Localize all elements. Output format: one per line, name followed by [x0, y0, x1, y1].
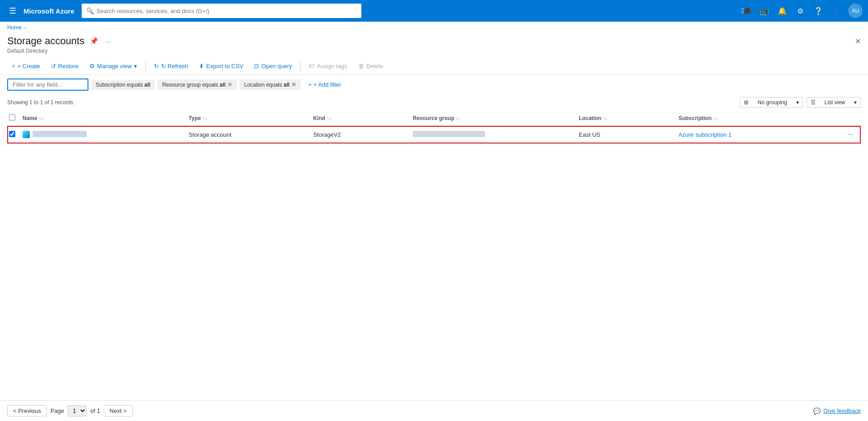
- row-name[interactable]: [21, 126, 187, 143]
- export-csv-button[interactable]: ⬇ Export to CSV: [194, 60, 248, 72]
- notifications-icon[interactable]: 🔔: [774, 3, 790, 19]
- refresh-button[interactable]: ↻ ↻ Refresh: [149, 60, 193, 72]
- row-actions: ···: [843, 126, 861, 143]
- header-type[interactable]: Type ↑↓: [187, 111, 311, 126]
- type-sort-icon: ↑↓: [203, 116, 208, 121]
- grouping-label: No grouping: [757, 99, 787, 106]
- row-more-button[interactable]: ···: [845, 130, 856, 139]
- top-navigation: ☰ Microsoft Azure 🔍  ⬛ 📺 🔔 ⚙ ❔ 👤 AU: [0, 0, 868, 22]
- feedback-nav-icon[interactable]: 👤: [828, 3, 845, 19]
- data-table: Name ↑↓ Type ↑↓ Kind ↑↓ Resource group ↑…: [7, 111, 861, 143]
- filter-bar: Subscription equals all Resource group e…: [0, 75, 868, 94]
- close-button[interactable]: ✕: [855, 37, 861, 46]
- hamburger-menu[interactable]: ☰: [5, 4, 20, 18]
- toolbar-separator-2: [300, 62, 300, 71]
- help-icon[interactable]: ❔: [810, 3, 826, 19]
- row-kind: StorageV2: [311, 126, 411, 143]
- give-feedback-link[interactable]: Give feedback: [823, 407, 861, 414]
- add-filter-icon: +: [308, 81, 312, 88]
- subscription-link[interactable]: Azure subscription 1: [679, 131, 732, 138]
- page-of: of 1: [90, 407, 100, 414]
- grouping-dropdown[interactable]: ⊞ No grouping ▾: [740, 97, 803, 108]
- brand-name: Microsoft Azure: [23, 7, 74, 15]
- settings-icon[interactable]: ⚙: [792, 3, 808, 19]
- page-label: Page: [51, 407, 64, 414]
- row-checkbox-cell: [7, 126, 21, 143]
- header-subscription[interactable]: Subscription ↑↓: [677, 111, 843, 126]
- table-area: Showing 1 to 1 of 1 records. ⊞ No groupi…: [0, 94, 868, 400]
- table-meta-controls: ⊞ No grouping ▾ ☰ List view ▾: [740, 97, 861, 108]
- kind-sort-icon: ↑↓: [327, 116, 332, 121]
- open-query-button[interactable]: ⊡ Open query: [249, 60, 296, 72]
- feedback-icon: 💬: [813, 407, 821, 415]
- grouping-chevron-icon: ▾: [796, 99, 799, 106]
- previous-button[interactable]: < Previous: [7, 405, 47, 416]
- table-meta-text: Showing 1 to 1 of 1 records.: [7, 99, 74, 106]
- breadcrumb-separator: ›: [24, 25, 26, 30]
- pagination-right: 💬 Give feedback: [813, 407, 861, 415]
- cloud-shell-icon[interactable]:  ⬛: [738, 3, 754, 19]
- header-kind[interactable]: Kind ↑↓: [311, 111, 411, 126]
- header-resource-group[interactable]: Resource group ↑↓: [411, 111, 577, 126]
- add-filter-button[interactable]: + + Add filter: [304, 79, 346, 90]
- filter-input[interactable]: [7, 79, 88, 91]
- location-filter[interactable]: Location equals all ✕: [240, 79, 301, 90]
- tags-icon: 🏷: [309, 63, 314, 69]
- subscription-filter[interactable]: Subscription equals all: [91, 80, 155, 90]
- breadcrumb-home[interactable]: Home: [7, 24, 22, 31]
- search-input[interactable]: [97, 8, 357, 14]
- user-avatar[interactable]: AU: [848, 4, 863, 18]
- toolbar: + + Create ↺ Restore ⚙ Manage view ▾ ↻ ↻…: [0, 58, 868, 75]
- manage-view-chevron-icon: ▾: [134, 63, 137, 69]
- page-title: Storage accounts: [7, 35, 84, 47]
- page-subtitle: Default Directory: [7, 48, 861, 54]
- resource-group-filter-close[interactable]: ✕: [227, 81, 232, 88]
- name-sort-icon: ↑↓: [39, 116, 44, 121]
- resource-group-filter[interactable]: Resource group equals all ✕: [157, 79, 237, 90]
- header-actions: [843, 111, 861, 126]
- table-meta-row: Showing 1 to 1 of 1 records. ⊞ No groupi…: [7, 94, 861, 111]
- breadcrumb: Home ›: [0, 22, 868, 33]
- rg-blurred: [413, 131, 485, 137]
- nav-icons:  ⬛ 📺 🔔 ⚙ ❔ 👤 AU: [738, 3, 863, 19]
- header-location[interactable]: Location ↑↓: [577, 111, 677, 126]
- header-checkbox-cell: [7, 111, 21, 126]
- row-checkbox[interactable]: [9, 131, 15, 137]
- resource-icon: [23, 131, 30, 138]
- create-icon: +: [12, 63, 15, 69]
- list-view-dropdown[interactable]: ☰ List view ▾: [807, 97, 861, 108]
- grouping-grid-icon: ⊞: [744, 99, 748, 106]
- next-button[interactable]: Next >: [104, 405, 133, 416]
- subscription-sort-icon: ↑↓: [713, 116, 718, 121]
- resource-name-link[interactable]: [32, 131, 87, 139]
- resource-group-filter-label: Resource group equals all: [162, 82, 226, 88]
- assign-tags-button[interactable]: 🏷 Assign tags: [304, 60, 351, 72]
- rg-sort-icon: ↑↓: [456, 116, 461, 121]
- header-name[interactable]: Name ↑↓: [21, 111, 187, 126]
- row-location: East US: [577, 126, 677, 143]
- directory-icon[interactable]: 📺: [756, 3, 772, 19]
- row-subscription[interactable]: Azure subscription 1: [677, 126, 843, 143]
- create-button[interactable]: + + Create: [7, 60, 45, 72]
- pagination-left: < Previous Page 1 of 1 Next >: [7, 405, 133, 416]
- manage-view-button[interactable]: ⚙ Manage view ▾: [85, 60, 142, 72]
- restore-button[interactable]: ↺ Restore: [46, 60, 83, 72]
- select-all-checkbox[interactable]: [9, 114, 15, 120]
- resource-name-blurred: [32, 131, 87, 137]
- refresh-icon: ↻: [154, 63, 159, 69]
- page-select[interactable]: 1: [68, 405, 87, 416]
- open-query-icon: ⊡: [254, 63, 259, 69]
- location-filter-label: Location equals all: [244, 82, 290, 88]
- row-resource-group: [411, 126, 577, 143]
- location-sort-icon: ↑↓: [603, 116, 608, 121]
- list-view-grid-icon: ☰: [811, 99, 816, 106]
- pagination-bar: < Previous Page 1 of 1 Next > 💬 Give fee…: [0, 400, 868, 421]
- list-view-label: List view: [824, 99, 845, 106]
- search-bar: 🔍: [82, 4, 361, 18]
- table-header-row: Name ↑↓ Type ↑↓ Kind ↑↓ Resource group ↑…: [7, 111, 861, 126]
- more-options-icon[interactable]: ···: [103, 37, 112, 46]
- subscription-filter-label: Subscription equals all: [96, 82, 150, 88]
- delete-button[interactable]: 🗑 Delete: [354, 60, 388, 72]
- location-filter-close[interactable]: ✕: [291, 81, 296, 88]
- pin-icon[interactable]: 📌: [88, 36, 100, 46]
